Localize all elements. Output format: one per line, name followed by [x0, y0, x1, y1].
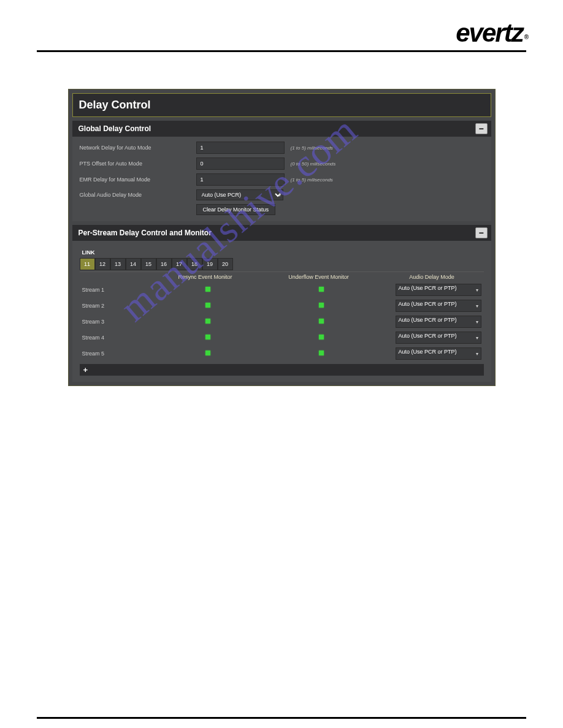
form-row: Network Delay for Auto Mode (1 to 5) mil…: [80, 142, 484, 154]
resync-led-icon: [205, 351, 210, 355]
chevron-down-icon: ▾: [476, 287, 478, 293]
page-title: Delay Control: [72, 93, 491, 117]
section-header-perstream: Per-Stream Delay Control and Monitor −: [72, 225, 491, 241]
global-delay-section: Global Delay Control − Network Delay for…: [72, 121, 491, 221]
chevron-down-icon: ▾: [476, 319, 478, 325]
audio-delay-mode-select[interactable]: Auto (Use PCR or PTP)▾: [396, 316, 481, 328]
section-title: Global Delay Control: [79, 124, 151, 133]
stream-name: Stream 3: [80, 319, 156, 325]
stream-name: Stream 1: [80, 287, 156, 293]
link-tab-16[interactable]: 16: [156, 258, 172, 270]
resync-led-icon: [205, 287, 210, 292]
grid-header: Resync Event Monitor Underflow Event Mon…: [80, 272, 484, 282]
col-mode: Audio Delay Mode: [380, 274, 484, 280]
stream-row: Stream 3Auto (Use PCR or PTP)▾: [80, 314, 484, 330]
collapse-button[interactable]: −: [475, 227, 488, 238]
link-label: LINK: [82, 249, 484, 256]
header-bar: evertz®: [37, 18, 526, 52]
stream-name: Stream 5: [80, 351, 156, 357]
stream-row: Stream 2Auto (Use PCR or PTP)▾: [80, 298, 484, 314]
link-tab-17[interactable]: 17: [172, 258, 187, 270]
section-title: Per-Stream Delay Control and Monitor: [79, 229, 212, 237]
audio-delay-mode-select[interactable]: Auto (Use PCR or PTP)▾: [396, 332, 481, 344]
app-window: Delay Control Global Delay Control − Net…: [68, 89, 496, 386]
field-hint: (1 to 5) miliseconds: [291, 145, 333, 151]
link-tab-11[interactable]: 11: [80, 258, 95, 270]
underflow-led-icon: [319, 303, 324, 308]
perstream-body: LINK 11121314151617181920 Resync Event M…: [72, 241, 491, 382]
link-tab-18[interactable]: 18: [187, 258, 202, 270]
resync-led-icon: [205, 335, 210, 339]
clear-delay-monitor-button[interactable]: Clear Delay Monitor Status: [196, 204, 276, 215]
link-tab-19[interactable]: 19: [202, 258, 218, 270]
field-label: Global Audio Delay Mode: [80, 192, 196, 198]
field-hint: (0 to 50) miliseconds: [291, 161, 336, 167]
field-label: PTS Offset for Auto Mode: [80, 161, 196, 167]
stream-grid: Resync Event Monitor Underflow Event Mon…: [80, 271, 484, 362]
form-row: PTS Offset for Auto Mode (0 to 50) milis…: [80, 157, 484, 170]
link-tab-12[interactable]: 12: [95, 258, 110, 270]
resync-led-icon: [205, 319, 210, 324]
underflow-led-icon: [319, 287, 324, 292]
form-row: Global Audio Delay Mode Auto (Use PCR) ▾: [80, 189, 484, 200]
field-label: Network Delay for Auto Mode: [80, 145, 196, 151]
pts-offset-input[interactable]: [196, 157, 285, 170]
chevron-down-icon: ▾: [476, 351, 478, 357]
audio-delay-mode-select[interactable]: Auto (Use PCR or PTP)▾: [396, 300, 481, 312]
audio-delay-mode-select[interactable]: Auto (Use PCR or PTP)▾: [396, 347, 481, 360]
stream-name: Stream 4: [80, 335, 156, 341]
link-tab-20[interactable]: 20: [218, 258, 233, 270]
footer-rule: [37, 717, 526, 719]
network-delay-input[interactable]: [196, 142, 285, 154]
collapse-button[interactable]: −: [475, 123, 488, 134]
per-stream-section: Per-Stream Delay Control and Monitor − L…: [72, 225, 491, 382]
resync-led-icon: [205, 303, 210, 308]
col-underflow: Underflow Event Monitor: [258, 274, 380, 280]
global-audio-mode-select[interactable]: Auto (Use PCR): [196, 189, 283, 200]
link-tab-13[interactable]: 13: [110, 258, 126, 270]
field-label: EMR Delay for Manual Mode: [80, 176, 196, 183]
stream-row: Stream 4Auto (Use PCR or PTP)▾: [80, 330, 484, 346]
link-tabs: 11121314151617181920: [80, 258, 484, 270]
link-tab-15[interactable]: 15: [141, 258, 156, 270]
section-header-global: Global Delay Control −: [72, 121, 491, 137]
underflow-led-icon: [319, 351, 324, 355]
stream-row: Stream 5Auto (Use PCR or PTP)▾: [80, 346, 484, 362]
emr-delay-input[interactable]: [196, 173, 285, 186]
chevron-down-icon: ▾: [476, 335, 478, 341]
brand-logo: evertz®: [456, 18, 526, 48]
underflow-led-icon: [319, 319, 324, 324]
link-tab-14[interactable]: 14: [126, 258, 141, 270]
audio-delay-mode-select[interactable]: Auto (Use PCR or PTP)▾: [396, 284, 481, 296]
global-body: Network Delay for Auto Mode (1 to 5) mil…: [72, 137, 491, 221]
chevron-down-icon: ▾: [476, 303, 478, 309]
underflow-led-icon: [319, 335, 324, 339]
add-row-button[interactable]: +: [80, 364, 484, 376]
col-resync: Resync Event Monitor: [153, 274, 258, 280]
stream-row: Stream 1Auto (Use PCR or PTP)▾: [80, 282, 484, 298]
field-hint: (1 to 5) miliseconds: [291, 177, 333, 183]
form-row: EMR Delay for Manual Mode (1 to 5) milis…: [80, 173, 484, 186]
stream-name: Stream 2: [80, 303, 156, 309]
